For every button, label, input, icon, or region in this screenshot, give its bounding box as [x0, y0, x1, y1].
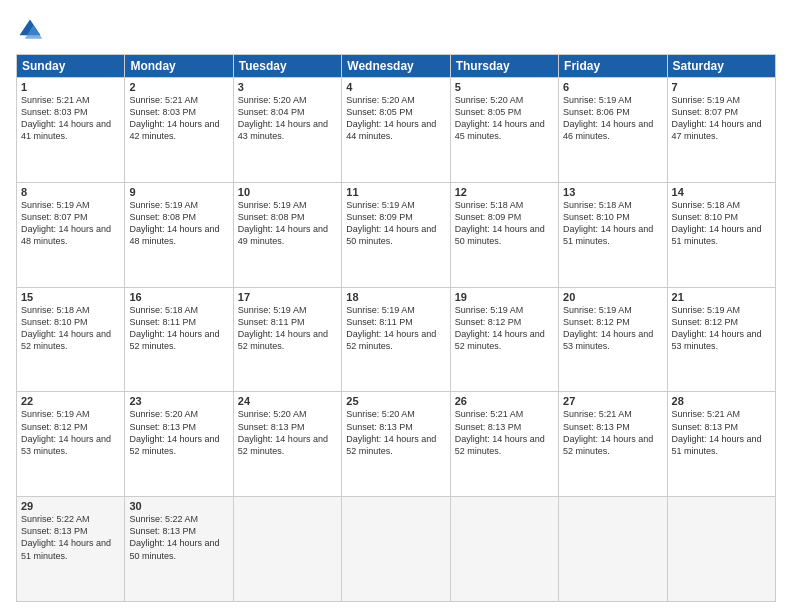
day-cell-30: 30Sunrise: 5:22 AMSunset: 8:13 PMDayligh… — [125, 497, 233, 602]
day-info: Sunrise: 5:18 AMSunset: 8:10 PMDaylight:… — [563, 199, 662, 248]
day-cell-21: 21Sunrise: 5:19 AMSunset: 8:12 PMDayligh… — [667, 287, 775, 392]
calendar-header-row: SundayMondayTuesdayWednesdayThursdayFrid… — [17, 55, 776, 78]
day-info: Sunrise: 5:19 AMSunset: 8:09 PMDaylight:… — [346, 199, 445, 248]
day-info: Sunrise: 5:22 AMSunset: 8:13 PMDaylight:… — [129, 513, 228, 562]
day-number: 30 — [129, 500, 228, 512]
day-number: 10 — [238, 186, 337, 198]
day-number: 21 — [672, 291, 771, 303]
empty-cell — [233, 497, 341, 602]
day-cell-18: 18Sunrise: 5:19 AMSunset: 8:11 PMDayligh… — [342, 287, 450, 392]
day-number: 11 — [346, 186, 445, 198]
day-cell-1: 1Sunrise: 5:21 AMSunset: 8:03 PMDaylight… — [17, 78, 125, 183]
day-header-tuesday: Tuesday — [233, 55, 341, 78]
day-cell-4: 4Sunrise: 5:20 AMSunset: 8:05 PMDaylight… — [342, 78, 450, 183]
day-cell-16: 16Sunrise: 5:18 AMSunset: 8:11 PMDayligh… — [125, 287, 233, 392]
empty-cell — [342, 497, 450, 602]
day-number: 14 — [672, 186, 771, 198]
day-info: Sunrise: 5:18 AMSunset: 8:11 PMDaylight:… — [129, 304, 228, 353]
week-row-2: 8Sunrise: 5:19 AMSunset: 8:07 PMDaylight… — [17, 182, 776, 287]
day-number: 24 — [238, 395, 337, 407]
day-cell-25: 25Sunrise: 5:20 AMSunset: 8:13 PMDayligh… — [342, 392, 450, 497]
day-number: 18 — [346, 291, 445, 303]
day-info: Sunrise: 5:21 AMSunset: 8:03 PMDaylight:… — [21, 94, 120, 143]
day-info: Sunrise: 5:19 AMSunset: 8:12 PMDaylight:… — [672, 304, 771, 353]
day-info: Sunrise: 5:18 AMSunset: 8:10 PMDaylight:… — [21, 304, 120, 353]
day-number: 20 — [563, 291, 662, 303]
day-info: Sunrise: 5:19 AMSunset: 8:07 PMDaylight:… — [672, 94, 771, 143]
header — [16, 16, 776, 44]
day-cell-17: 17Sunrise: 5:19 AMSunset: 8:11 PMDayligh… — [233, 287, 341, 392]
day-info: Sunrise: 5:20 AMSunset: 8:05 PMDaylight:… — [455, 94, 554, 143]
day-info: Sunrise: 5:20 AMSunset: 8:13 PMDaylight:… — [129, 408, 228, 457]
day-number: 9 — [129, 186, 228, 198]
day-cell-23: 23Sunrise: 5:20 AMSunset: 8:13 PMDayligh… — [125, 392, 233, 497]
day-info: Sunrise: 5:19 AMSunset: 8:12 PMDaylight:… — [563, 304, 662, 353]
day-number: 2 — [129, 81, 228, 93]
day-info: Sunrise: 5:19 AMSunset: 8:11 PMDaylight:… — [238, 304, 337, 353]
day-cell-10: 10Sunrise: 5:19 AMSunset: 8:08 PMDayligh… — [233, 182, 341, 287]
day-info: Sunrise: 5:19 AMSunset: 8:07 PMDaylight:… — [21, 199, 120, 248]
day-info: Sunrise: 5:20 AMSunset: 8:13 PMDaylight:… — [238, 408, 337, 457]
day-cell-8: 8Sunrise: 5:19 AMSunset: 8:07 PMDaylight… — [17, 182, 125, 287]
day-cell-9: 9Sunrise: 5:19 AMSunset: 8:08 PMDaylight… — [125, 182, 233, 287]
day-cell-11: 11Sunrise: 5:19 AMSunset: 8:09 PMDayligh… — [342, 182, 450, 287]
day-cell-28: 28Sunrise: 5:21 AMSunset: 8:13 PMDayligh… — [667, 392, 775, 497]
day-number: 8 — [21, 186, 120, 198]
day-number: 28 — [672, 395, 771, 407]
day-info: Sunrise: 5:19 AMSunset: 8:12 PMDaylight:… — [21, 408, 120, 457]
day-cell-22: 22Sunrise: 5:19 AMSunset: 8:12 PMDayligh… — [17, 392, 125, 497]
calendar-body: 1Sunrise: 5:21 AMSunset: 8:03 PMDaylight… — [17, 78, 776, 602]
day-info: Sunrise: 5:19 AMSunset: 8:06 PMDaylight:… — [563, 94, 662, 143]
day-number: 25 — [346, 395, 445, 407]
day-cell-26: 26Sunrise: 5:21 AMSunset: 8:13 PMDayligh… — [450, 392, 558, 497]
day-number: 19 — [455, 291, 554, 303]
day-info: Sunrise: 5:18 AMSunset: 8:09 PMDaylight:… — [455, 199, 554, 248]
day-cell-5: 5Sunrise: 5:20 AMSunset: 8:05 PMDaylight… — [450, 78, 558, 183]
day-number: 12 — [455, 186, 554, 198]
empty-cell — [450, 497, 558, 602]
day-cell-6: 6Sunrise: 5:19 AMSunset: 8:06 PMDaylight… — [559, 78, 667, 183]
day-info: Sunrise: 5:21 AMSunset: 8:13 PMDaylight:… — [672, 408, 771, 457]
day-number: 7 — [672, 81, 771, 93]
day-header-sunday: Sunday — [17, 55, 125, 78]
day-number: 3 — [238, 81, 337, 93]
day-info: Sunrise: 5:19 AMSunset: 8:08 PMDaylight:… — [238, 199, 337, 248]
day-cell-24: 24Sunrise: 5:20 AMSunset: 8:13 PMDayligh… — [233, 392, 341, 497]
day-header-saturday: Saturday — [667, 55, 775, 78]
day-header-monday: Monday — [125, 55, 233, 78]
day-number: 1 — [21, 81, 120, 93]
day-number: 13 — [563, 186, 662, 198]
day-cell-13: 13Sunrise: 5:18 AMSunset: 8:10 PMDayligh… — [559, 182, 667, 287]
day-info: Sunrise: 5:20 AMSunset: 8:04 PMDaylight:… — [238, 94, 337, 143]
day-number: 27 — [563, 395, 662, 407]
day-info: Sunrise: 5:21 AMSunset: 8:13 PMDaylight:… — [563, 408, 662, 457]
day-info: Sunrise: 5:20 AMSunset: 8:05 PMDaylight:… — [346, 94, 445, 143]
day-number: 15 — [21, 291, 120, 303]
day-header-thursday: Thursday — [450, 55, 558, 78]
empty-cell — [667, 497, 775, 602]
day-cell-7: 7Sunrise: 5:19 AMSunset: 8:07 PMDaylight… — [667, 78, 775, 183]
logo-icon — [16, 16, 44, 44]
day-number: 26 — [455, 395, 554, 407]
day-info: Sunrise: 5:19 AMSunset: 8:11 PMDaylight:… — [346, 304, 445, 353]
day-number: 4 — [346, 81, 445, 93]
week-row-4: 22Sunrise: 5:19 AMSunset: 8:12 PMDayligh… — [17, 392, 776, 497]
day-cell-19: 19Sunrise: 5:19 AMSunset: 8:12 PMDayligh… — [450, 287, 558, 392]
day-info: Sunrise: 5:19 AMSunset: 8:12 PMDaylight:… — [455, 304, 554, 353]
day-info: Sunrise: 5:21 AMSunset: 8:13 PMDaylight:… — [455, 408, 554, 457]
week-row-5: 29Sunrise: 5:22 AMSunset: 8:13 PMDayligh… — [17, 497, 776, 602]
day-number: 16 — [129, 291, 228, 303]
day-number: 5 — [455, 81, 554, 93]
day-number: 17 — [238, 291, 337, 303]
day-cell-14: 14Sunrise: 5:18 AMSunset: 8:10 PMDayligh… — [667, 182, 775, 287]
day-header-friday: Friday — [559, 55, 667, 78]
day-info: Sunrise: 5:19 AMSunset: 8:08 PMDaylight:… — [129, 199, 228, 248]
day-info: Sunrise: 5:21 AMSunset: 8:03 PMDaylight:… — [129, 94, 228, 143]
week-row-1: 1Sunrise: 5:21 AMSunset: 8:03 PMDaylight… — [17, 78, 776, 183]
day-cell-29: 29Sunrise: 5:22 AMSunset: 8:13 PMDayligh… — [17, 497, 125, 602]
empty-cell — [559, 497, 667, 602]
day-cell-3: 3Sunrise: 5:20 AMSunset: 8:04 PMDaylight… — [233, 78, 341, 183]
week-row-3: 15Sunrise: 5:18 AMSunset: 8:10 PMDayligh… — [17, 287, 776, 392]
day-cell-12: 12Sunrise: 5:18 AMSunset: 8:09 PMDayligh… — [450, 182, 558, 287]
day-cell-27: 27Sunrise: 5:21 AMSunset: 8:13 PMDayligh… — [559, 392, 667, 497]
